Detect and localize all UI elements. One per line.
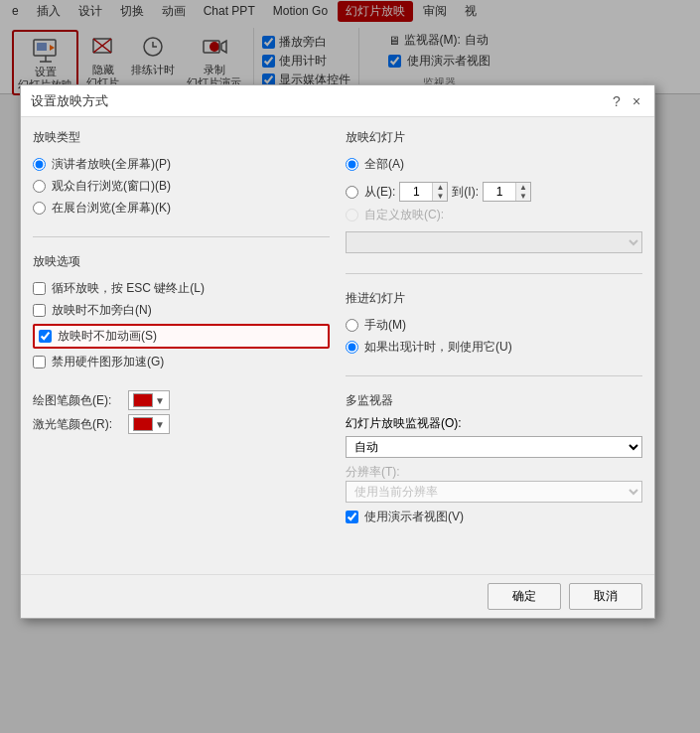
- check-no-narration-input[interactable]: [33, 304, 46, 317]
- dialog-close-btn[interactable]: ×: [629, 93, 644, 109]
- radio-manual-label: 手动(M): [364, 317, 406, 334]
- from-spin-up[interactable]: ▲: [433, 183, 447, 192]
- radio-from-input[interactable]: [346, 186, 358, 199]
- from-label: 从(E):: [364, 184, 395, 201]
- radio-manual-input[interactable]: [346, 319, 358, 332]
- check-loop-input[interactable]: [33, 282, 46, 295]
- show-slides-title: 放映幻灯片: [346, 129, 642, 146]
- check-no-narration-label: 放映时不加旁白(N): [52, 302, 152, 319]
- dialog-setup-slideshow: 设置放映方式 ? × 放映类型 演讲者放映(全屏幕)(P): [20, 84, 655, 619]
- show-slides-section: 放映幻灯片 全部(A) 从(E):: [346, 129, 642, 257]
- dialog-controls: ? ×: [609, 93, 644, 109]
- radio-custom-input[interactable]: [346, 209, 358, 221]
- monitor-dropdown-label: 幻灯片放映监视器(O):: [346, 416, 462, 430]
- laser-color-row: 激光笔颜色(R): ▼: [33, 414, 330, 434]
- dialog-right-column: 放映幻灯片 全部(A) 从(E):: [346, 129, 642, 562]
- pen-color-label: 绘图笔颜色(E):: [33, 392, 122, 409]
- laser-color-btn[interactable]: ▼: [128, 414, 170, 434]
- show-slides-radio-group: 全部(A) 从(E): ▲ ▼: [346, 152, 642, 257]
- divider-1: [33, 236, 330, 237]
- laser-color-label: 激光笔颜色(R):: [33, 416, 122, 433]
- from-spin[interactable]: ▲ ▼: [399, 182, 448, 202]
- playback-type-title: 放映类型: [33, 129, 330, 146]
- dialog-body: 放映类型 演讲者放映(全屏幕)(P) 观众自行浏览(窗口)(B) 在展台浏: [21, 117, 654, 574]
- radio-presenter-input[interactable]: [33, 158, 46, 171]
- playback-options-section: 放映选项 循环放映，按 ESC 键终止(L) 放映时不加旁白(N) 放映时: [33, 253, 330, 374]
- from-spin-arrows: ▲ ▼: [432, 183, 447, 201]
- check-no-hw-accel-label: 禁用硬件图形加速(G): [52, 354, 164, 370]
- resolution-label-wrap: 分辨率(T):: [346, 464, 642, 481]
- radio-presenter-label: 演讲者放映(全屏幕)(P): [52, 156, 171, 173]
- advance-slides-section: 推进幻灯片 手动(M) 如果出现计时，则使用它(U): [346, 290, 642, 360]
- playback-type-section: 放映类型 演讲者放映(全屏幕)(P) 观众自行浏览(窗口)(B) 在展台浏: [33, 129, 330, 220]
- resolution-select[interactable]: 使用当前分辨率: [346, 481, 642, 503]
- radio-audience-input[interactable]: [33, 180, 46, 193]
- multi-monitor-section: 多监视器 幻灯片放映监视器(O): 自动 分辨率(T): 使用当前分辨率: [346, 392, 642, 525]
- playback-options-title: 放映选项: [33, 253, 330, 270]
- presenter-view-label: 使用演示者视图(V): [364, 509, 464, 525]
- laser-color-arrow: ▼: [155, 419, 165, 430]
- from-value-input[interactable]: [400, 183, 432, 201]
- radio-all-input[interactable]: [346, 158, 358, 171]
- radio-custom[interactable]: 自定义放映(C):: [346, 207, 642, 223]
- check-no-animation[interactable]: 放映时不加动画(S): [33, 324, 330, 349]
- check-no-hw-accel[interactable]: 禁用硬件图形加速(G): [33, 354, 330, 370]
- radio-audience[interactable]: 观众自行浏览(窗口)(B): [33, 178, 330, 195]
- laser-color-swatch: [133, 417, 153, 431]
- pen-color-btn[interactable]: ▼: [128, 390, 170, 410]
- divider-3: [346, 375, 642, 376]
- radio-all-slides[interactable]: 全部(A): [346, 156, 642, 173]
- radio-kiosk-label: 在展台浏览(全屏幕)(K): [52, 200, 171, 217]
- check-loop[interactable]: 循环放映，按 ESC 键终止(L): [33, 280, 330, 297]
- from-spin-down[interactable]: ▼: [433, 192, 447, 201]
- monitor-dropdown-select[interactable]: 自动: [346, 436, 642, 458]
- pen-color-arrow: ▼: [155, 395, 165, 406]
- check-no-narration[interactable]: 放映时不加旁白(N): [33, 302, 330, 319]
- radio-all-label: 全部(A): [364, 156, 404, 173]
- to-spin-down[interactable]: ▼: [516, 192, 530, 201]
- radio-auto-label: 如果出现计时，则使用它(U): [364, 339, 512, 356]
- radio-kiosk-input[interactable]: [33, 202, 46, 215]
- to-value-input[interactable]: [484, 183, 515, 201]
- divider-2: [346, 273, 642, 274]
- monitor-dropdown-label-wrap: 幻灯片放映监视器(O):: [346, 415, 642, 432]
- presenter-view-row: 使用演示者视图(V): [346, 509, 642, 525]
- check-no-animation-input[interactable]: [39, 330, 52, 343]
- playback-type-radio-group: 演讲者放映(全屏幕)(P) 观众自行浏览(窗口)(B) 在展台浏览(全屏幕)(K…: [33, 152, 330, 220]
- to-spin-up[interactable]: ▲: [516, 183, 530, 192]
- presenter-view-check[interactable]: 使用演示者视图(V): [346, 509, 642, 525]
- resolution-label: 分辨率(T):: [346, 465, 400, 479]
- advance-slides-title: 推进幻灯片: [346, 290, 642, 307]
- to-spin[interactable]: ▲ ▼: [483, 182, 531, 202]
- radio-custom-label: 自定义放映(C):: [364, 207, 444, 223]
- pen-color-row: 绘图笔颜色(E): ▼: [33, 390, 330, 410]
- check-no-hw-accel-input[interactable]: [33, 356, 46, 368]
- radio-from-to[interactable]: 从(E):: [346, 184, 395, 201]
- advance-slides-radio-group: 手动(M) 如果出现计时，则使用它(U): [346, 313, 642, 360]
- dialog-title: 设置放映方式: [31, 92, 108, 110]
- to-spin-arrows: ▲ ▼: [515, 183, 530, 201]
- check-loop-label: 循环放映，按 ESC 键终止(L): [52, 280, 205, 297]
- pen-color-swatch: [133, 393, 153, 407]
- color-options-section: 绘图笔颜色(E): ▼ 激光笔颜色(R): ▼: [33, 386, 330, 434]
- radio-presenter[interactable]: 演讲者放映(全屏幕)(P): [33, 156, 330, 173]
- dialog-left-column: 放映类型 演讲者放映(全屏幕)(P) 观众自行浏览(窗口)(B) 在展台浏: [33, 129, 330, 562]
- dialog-footer: 确定 取消: [21, 574, 654, 618]
- radio-manual[interactable]: 手动(M): [346, 317, 642, 334]
- radio-auto[interactable]: 如果出现计时，则使用它(U): [346, 339, 642, 356]
- ok-btn[interactable]: 确定: [488, 583, 561, 610]
- radio-kiosk[interactable]: 在展台浏览(全屏幕)(K): [33, 200, 330, 217]
- modal-overlay: 设置放映方式 ? × 放映类型 演讲者放映(全屏幕)(P): [0, 0, 700, 733]
- cancel-btn[interactable]: 取消: [569, 583, 642, 610]
- radio-audience-label: 观众自行浏览(窗口)(B): [52, 178, 171, 195]
- playback-options-checkbox-group: 循环放映，按 ESC 键终止(L) 放映时不加旁白(N) 放映时不加动画(S): [33, 276, 330, 374]
- check-no-animation-label: 放映时不加动画(S): [58, 328, 157, 345]
- to-label: 到(I):: [452, 184, 479, 201]
- dialog-help-btn[interactable]: ?: [609, 93, 625, 109]
- multi-monitor-title: 多监视器: [346, 392, 642, 409]
- custom-show-select[interactable]: [346, 231, 642, 253]
- slide-range-row: 从(E): ▲ ▼ 到(I):: [346, 182, 642, 202]
- radio-auto-input[interactable]: [346, 341, 358, 354]
- presenter-view-input[interactable]: [346, 511, 358, 523]
- dialog-titlebar: 设置放映方式 ? ×: [21, 85, 654, 117]
